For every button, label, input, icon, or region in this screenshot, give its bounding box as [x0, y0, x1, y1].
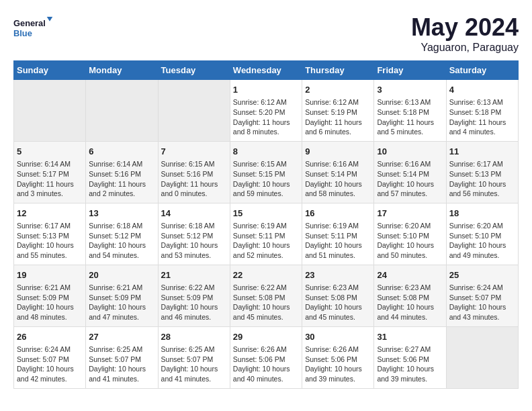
- day-info: Sunrise: 6:13 AM Sunset: 5:18 PM Dayligh…: [377, 97, 443, 137]
- calendar-week-row: 26Sunrise: 6:24 AM Sunset: 5:07 PM Dayli…: [14, 326, 519, 388]
- day-number: 9: [305, 146, 371, 158]
- day-info: Sunrise: 6:26 AM Sunset: 5:06 PM Dayligh…: [233, 345, 299, 384]
- day-number: 18: [449, 208, 515, 220]
- calendar-day-cell: 8Sunrise: 6:15 AM Sunset: 5:15 PM Daylig…: [230, 141, 302, 203]
- calendar-day-cell: 26Sunrise: 6:24 AM Sunset: 5:07 PM Dayli…: [14, 326, 86, 388]
- day-number: 24: [377, 269, 443, 281]
- calendar-day-cell: 15Sunrise: 6:19 AM Sunset: 5:11 PM Dayli…: [230, 203, 302, 265]
- day-number: 15: [233, 208, 299, 220]
- day-number: 13: [89, 208, 154, 220]
- day-number: 31: [377, 331, 443, 343]
- day-info: Sunrise: 6:24 AM Sunset: 5:07 PM Dayligh…: [449, 283, 515, 322]
- day-info: Sunrise: 6:19 AM Sunset: 5:11 PM Dayligh…: [305, 221, 371, 261]
- calendar-day-cell: 25Sunrise: 6:24 AM Sunset: 5:07 PM Dayli…: [446, 265, 518, 326]
- day-number: 28: [161, 331, 227, 343]
- day-info: Sunrise: 6:17 AM Sunset: 5:13 PM Dayligh…: [449, 159, 515, 199]
- day-number: 3: [377, 84, 443, 96]
- day-number: 7: [161, 146, 227, 158]
- day-number: 27: [89, 331, 154, 343]
- calendar-day-cell: 13Sunrise: 6:18 AM Sunset: 5:12 PM Dayli…: [86, 203, 158, 265]
- calendar-day-cell: 4Sunrise: 6:13 AM Sunset: 5:18 PM Daylig…: [446, 80, 518, 142]
- day-info: Sunrise: 6:14 AM Sunset: 5:17 PM Dayligh…: [17, 159, 83, 199]
- calendar-day-cell: 3Sunrise: 6:13 AM Sunset: 5:18 PM Daylig…: [374, 80, 446, 142]
- day-info: Sunrise: 6:15 AM Sunset: 5:15 PM Dayligh…: [233, 159, 299, 199]
- day-number: 8: [233, 146, 299, 158]
- day-info: Sunrise: 6:14 AM Sunset: 5:16 PM Dayligh…: [89, 159, 154, 199]
- day-info: Sunrise: 6:22 AM Sunset: 5:09 PM Dayligh…: [161, 283, 227, 322]
- day-number: 2: [305, 84, 371, 96]
- day-info: Sunrise: 6:13 AM Sunset: 5:18 PM Dayligh…: [449, 97, 515, 137]
- calendar-day-cell: 14Sunrise: 6:18 AM Sunset: 5:12 PM Dayli…: [158, 203, 230, 265]
- day-info: Sunrise: 6:27 AM Sunset: 5:06 PM Dayligh…: [377, 345, 443, 384]
- calendar-week-row: 1Sunrise: 6:12 AM Sunset: 5:20 PM Daylig…: [14, 80, 519, 142]
- calendar-day-cell: 11Sunrise: 6:17 AM Sunset: 5:13 PM Dayli…: [446, 141, 518, 203]
- empty-day-cell: [86, 80, 158, 142]
- day-info: Sunrise: 6:15 AM Sunset: 5:16 PM Dayligh…: [161, 159, 227, 199]
- day-info: Sunrise: 6:24 AM Sunset: 5:07 PM Dayligh…: [17, 345, 83, 384]
- logo-svg: General Blue: [13, 13, 54, 44]
- calendar-day-cell: 1Sunrise: 6:12 AM Sunset: 5:20 PM Daylig…: [230, 80, 302, 142]
- day-info: Sunrise: 6:21 AM Sunset: 5:09 PM Dayligh…: [89, 283, 154, 322]
- page-header: General Blue May 2024 Yaguaron, Paraguay: [13, 13, 519, 54]
- calendar-day-cell: 24Sunrise: 6:23 AM Sunset: 5:08 PM Dayli…: [374, 265, 446, 326]
- day-info: Sunrise: 6:18 AM Sunset: 5:12 PM Dayligh…: [161, 221, 227, 261]
- day-info: Sunrise: 6:22 AM Sunset: 5:08 PM Dayligh…: [233, 283, 299, 322]
- day-info: Sunrise: 6:12 AM Sunset: 5:20 PM Dayligh…: [233, 97, 299, 137]
- weekday-header-saturday: Saturday: [446, 61, 518, 80]
- empty-day-cell: [14, 80, 86, 142]
- day-info: Sunrise: 6:12 AM Sunset: 5:19 PM Dayligh…: [305, 97, 371, 137]
- calendar-day-cell: 20Sunrise: 6:21 AM Sunset: 5:09 PM Dayli…: [86, 265, 158, 326]
- day-number: 22: [233, 269, 299, 281]
- day-number: 29: [233, 331, 299, 343]
- day-info: Sunrise: 6:17 AM Sunset: 5:13 PM Dayligh…: [17, 221, 83, 261]
- day-number: 5: [17, 146, 83, 158]
- calendar-day-cell: 5Sunrise: 6:14 AM Sunset: 5:17 PM Daylig…: [14, 141, 86, 203]
- calendar-day-cell: 12Sunrise: 6:17 AM Sunset: 5:13 PM Dayli…: [14, 203, 86, 265]
- calendar-day-cell: 2Sunrise: 6:12 AM Sunset: 5:19 PM Daylig…: [302, 80, 374, 142]
- day-number: 19: [17, 269, 83, 281]
- day-info: Sunrise: 6:25 AM Sunset: 5:07 PM Dayligh…: [89, 345, 154, 384]
- calendar-day-cell: 16Sunrise: 6:19 AM Sunset: 5:11 PM Dayli…: [302, 203, 374, 265]
- day-number: 11: [449, 146, 515, 158]
- day-number: 4: [449, 84, 515, 96]
- weekday-header-sunday: Sunday: [14, 61, 86, 80]
- month-title: May 2024: [411, 13, 519, 42]
- day-number: 25: [449, 269, 515, 281]
- day-info: Sunrise: 6:23 AM Sunset: 5:08 PM Dayligh…: [305, 283, 371, 322]
- weekday-header-friday: Friday: [374, 61, 446, 80]
- calendar-day-cell: 10Sunrise: 6:16 AM Sunset: 5:14 PM Dayli…: [374, 141, 446, 203]
- calendar-day-cell: 6Sunrise: 6:14 AM Sunset: 5:16 PM Daylig…: [86, 141, 158, 203]
- day-number: 1: [233, 84, 299, 96]
- weekday-header-wednesday: Wednesday: [230, 61, 302, 80]
- calendar-day-cell: 9Sunrise: 6:16 AM Sunset: 5:14 PM Daylig…: [302, 141, 374, 203]
- calendar-day-cell: 27Sunrise: 6:25 AM Sunset: 5:07 PM Dayli…: [86, 326, 158, 388]
- svg-marker-2: [47, 17, 53, 21]
- calendar-table: SundayMondayTuesdayWednesdayThursdayFrid…: [13, 60, 519, 389]
- calendar-day-cell: 22Sunrise: 6:22 AM Sunset: 5:08 PM Dayli…: [230, 265, 302, 326]
- calendar-week-row: 19Sunrise: 6:21 AM Sunset: 5:09 PM Dayli…: [14, 265, 519, 326]
- svg-text:General: General: [13, 18, 46, 28]
- calendar-day-cell: 18Sunrise: 6:20 AM Sunset: 5:10 PM Dayli…: [446, 203, 518, 265]
- calendar-header-row: SundayMondayTuesdayWednesdayThursdayFrid…: [14, 61, 519, 80]
- empty-day-cell: [446, 326, 518, 388]
- day-info: Sunrise: 6:18 AM Sunset: 5:12 PM Dayligh…: [89, 221, 154, 261]
- day-number: 17: [377, 208, 443, 220]
- weekday-header-tuesday: Tuesday: [158, 61, 230, 80]
- calendar-day-cell: 31Sunrise: 6:27 AM Sunset: 5:06 PM Dayli…: [374, 326, 446, 388]
- weekday-header-monday: Monday: [86, 61, 158, 80]
- calendar-day-cell: 21Sunrise: 6:22 AM Sunset: 5:09 PM Dayli…: [158, 265, 230, 326]
- day-info: Sunrise: 6:25 AM Sunset: 5:07 PM Dayligh…: [161, 345, 227, 384]
- location-subtitle: Yaguaron, Paraguay: [411, 42, 519, 54]
- calendar-day-cell: 30Sunrise: 6:26 AM Sunset: 5:06 PM Dayli…: [302, 326, 374, 388]
- day-info: Sunrise: 6:26 AM Sunset: 5:06 PM Dayligh…: [305, 345, 371, 384]
- calendar-week-row: 5Sunrise: 6:14 AM Sunset: 5:17 PM Daylig…: [14, 141, 519, 203]
- calendar-week-row: 12Sunrise: 6:17 AM Sunset: 5:13 PM Dayli…: [14, 203, 519, 265]
- day-number: 26: [17, 331, 83, 343]
- day-info: Sunrise: 6:23 AM Sunset: 5:08 PM Dayligh…: [377, 283, 443, 322]
- day-number: 14: [161, 208, 227, 220]
- logo: General Blue: [13, 13, 54, 44]
- day-info: Sunrise: 6:16 AM Sunset: 5:14 PM Dayligh…: [305, 159, 371, 199]
- day-number: 20: [89, 269, 154, 281]
- day-info: Sunrise: 6:19 AM Sunset: 5:11 PM Dayligh…: [233, 221, 299, 261]
- calendar-day-cell: 17Sunrise: 6:20 AM Sunset: 5:10 PM Dayli…: [374, 203, 446, 265]
